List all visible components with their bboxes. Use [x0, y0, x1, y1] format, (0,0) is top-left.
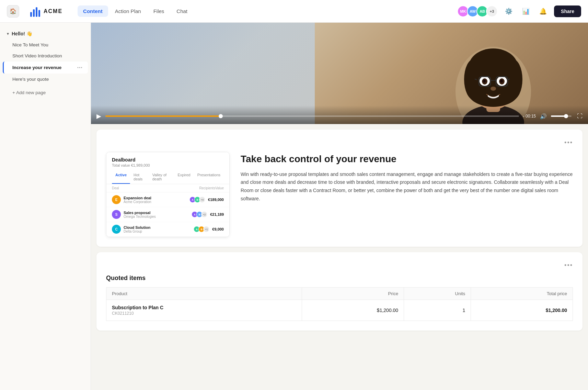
col-total: Total price [471, 288, 573, 300]
tab-hot-deals[interactable]: Hot deals [130, 170, 149, 184]
play-button[interactable]: ▶ [96, 112, 101, 120]
deal-avatar: C [112, 225, 121, 234]
recipient-extra: +1 [203, 226, 209, 232]
tab-action-plan[interactable]: Action Plan [109, 5, 147, 17]
avatar-group: MK AW AB +3 [457, 5, 498, 17]
volume-thumb [564, 114, 568, 118]
deal-info: E Expansion deal Acme Corporation [112, 195, 187, 204]
notifications-icon[interactable]: 🔔 [537, 5, 549, 18]
deal-value: €21,189 [210, 212, 224, 216]
table-header-row: Product Price Units Total price [106, 288, 573, 300]
dealboard-card-content: Dealboard Total value €1,989,000 Active … [106, 152, 573, 237]
table-row: E Expansion deal Acme Corporation A B [106, 192, 229, 207]
dealboard-title: Dealboard [112, 157, 224, 163]
svg-point-18 [500, 80, 503, 83]
deal-recipients: A B +2 [192, 211, 207, 218]
recipient-extra: +2 [201, 211, 207, 218]
logo-bar-3 [36, 7, 37, 17]
tab-files[interactable]: Files [148, 5, 170, 17]
svg-point-19 [491, 87, 496, 91]
sidebar-item-increase-revenue[interactable]: Increase your revenue ⋯ [3, 62, 88, 74]
more-options-icon[interactable]: ⋯ [77, 64, 82, 71]
table-row: Subscription to Plan C CK0211210 $1,200.… [106, 300, 573, 321]
logo-icon [30, 6, 40, 17]
deal-details: Cloud Solution Delta Group [124, 225, 150, 233]
top-navigation: 🏠 ACME Content Action Plan Files Chat MK… [0, 0, 588, 23]
card-more-button[interactable]: ••• [564, 139, 573, 146]
recipient-extra: +4 [199, 197, 205, 203]
logo-text: ACME [44, 8, 62, 14]
volume-fill [551, 115, 566, 117]
home-button[interactable]: 🏠 [7, 5, 19, 18]
card-more-row: ••• [106, 139, 573, 146]
sidebar-group-label: Hello! 👋 [12, 31, 32, 36]
video-time: - 00:15 [523, 114, 536, 119]
card2-more-button[interactable]: ••• [564, 262, 573, 269]
tab-presentations[interactable]: Presentations [194, 170, 224, 184]
tab-valley-death[interactable]: Valley of death [149, 170, 174, 184]
sidebar-item-heres-quote[interactable]: Here's your quote [3, 74, 88, 85]
nav-right: MK AW AB +3 ⚙️ 📊 🔔 Share [457, 5, 581, 18]
tab-expired[interactable]: Expired [174, 170, 194, 184]
svg-point-17 [483, 80, 486, 83]
table-row: C Cloud Solution Delta Group A B + [106, 222, 229, 237]
logo-bar-2 [33, 9, 35, 17]
col-units: Units [404, 288, 471, 300]
deal-avatar: E [112, 195, 121, 204]
dealboard-preview: Dealboard Total value €1,989,000 Active … [106, 152, 230, 237]
deal-info: S Sales proposal Omega Technologies [112, 210, 189, 219]
chevron-down-icon: ▾ [7, 32, 9, 36]
total-cell: $1,200.00 [471, 300, 573, 321]
video-progress-bar[interactable] [105, 115, 519, 117]
tab-active[interactable]: Active [112, 170, 130, 184]
dealboard-header: Dealboard Total value €1,989,000 [106, 152, 229, 170]
table-header: Deal Recipients Value [106, 184, 229, 192]
deal-avatar: S [112, 210, 121, 219]
dealboard-tabs: Active Hot deals Valley of death Expired… [106, 170, 229, 184]
sidebar: ▾ Hello! 👋 Nice To Meet You Short Video … [0, 23, 91, 390]
main-layout: ▾ Hello! 👋 Nice To Meet You Short Video … [0, 23, 588, 390]
sidebar-item-short-video[interactable]: Short Video Introduction [3, 51, 88, 61]
logo: ACME [30, 6, 62, 17]
sidebar-group-hello[interactable]: ▾ Hello! 👋 [3, 28, 88, 39]
product-name: Subscription to Plan C [112, 305, 296, 310]
revenue-card: ••• Dealboard Total value €1,989,000 Act… [96, 130, 583, 247]
volume-bar[interactable] [551, 115, 572, 117]
quoted-title: Quoted items [106, 275, 573, 282]
deal-value: €189,000 [208, 198, 224, 202]
sidebar-item-nice-to-meet[interactable]: Nice To Meet You [3, 40, 88, 50]
settings-icon[interactable]: ⚙️ [503, 5, 515, 18]
nav-tabs: Content Action Plan Files Chat [78, 5, 193, 17]
total-price: $1,200.00 [546, 308, 567, 313]
tab-content[interactable]: Content [78, 5, 108, 17]
card2-more-row: ••• [106, 262, 573, 269]
product-sku: CK0211210 [112, 311, 296, 316]
video-section: ▶ - 00:15 🔊 ⛶ [91, 23, 588, 124]
deal-details: Sales proposal Omega Technologies [124, 211, 156, 219]
col-product: Product [106, 288, 302, 300]
avatar-extra[interactable]: +3 [486, 5, 498, 17]
quoted-items-card: ••• Quoted items Product Price Units Tot… [96, 252, 583, 331]
add-new-page-button[interactable]: + Add new page [3, 87, 88, 98]
tab-chat[interactable]: Chat [171, 5, 193, 17]
units-cell: 1 [404, 300, 471, 321]
col-price: Price [302, 288, 404, 300]
video-controls: ▶ - 00:15 🔊 ⛶ [91, 105, 588, 124]
dealboard-subtitle: Total value €1,989,000 [112, 163, 224, 167]
logo-bar-1 [30, 12, 32, 17]
deal-recipients: A B +1 [194, 226, 209, 232]
video-progress-fill [105, 115, 221, 117]
video-player[interactable]: ▶ - 00:15 🔊 ⛶ [91, 23, 588, 124]
analytics-icon[interactable]: 📊 [520, 5, 532, 18]
share-button[interactable]: Share [554, 5, 581, 17]
card-text: Take back control of your revenue Win wi… [241, 152, 573, 203]
main-content: ▶ - 00:15 🔊 ⛶ [91, 23, 588, 390]
card-heading: Take back control of your revenue [241, 153, 573, 165]
deal-info: C Cloud Solution Delta Group [112, 225, 191, 234]
deal-details: Expansion deal Acme Corporation [124, 196, 151, 204]
volume-icon[interactable]: 🔊 [540, 113, 547, 120]
card-body: Win with ready-to-use proposal templates… [241, 170, 573, 203]
price-cell: $1,200.00 [302, 300, 404, 321]
fullscreen-icon[interactable]: ⛶ [577, 113, 583, 119]
deal-recipients: A B +4 [189, 197, 205, 203]
